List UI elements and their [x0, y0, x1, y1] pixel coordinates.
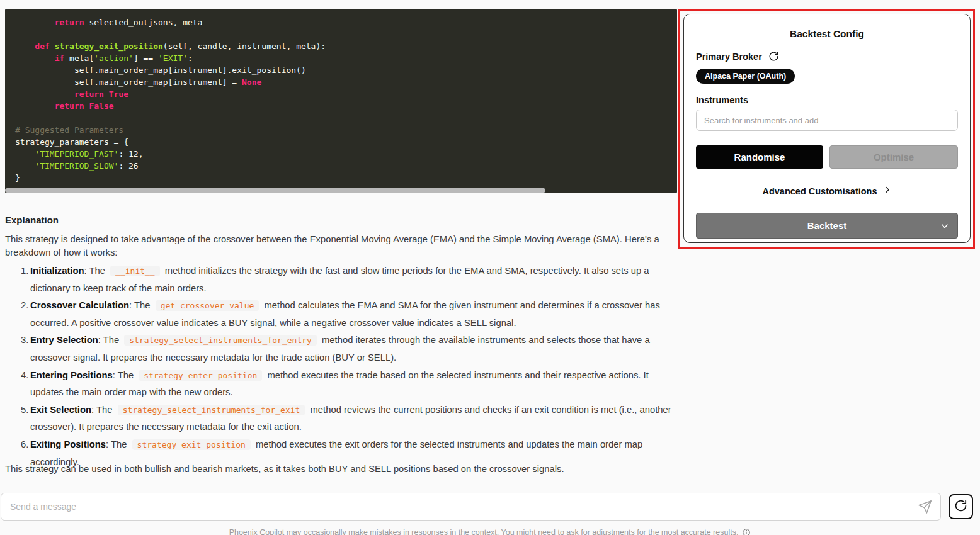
broker-badge[interactable]: Alpaca Paper (OAuth) [696, 69, 795, 84]
optimise-button[interactable]: Optimise [829, 145, 958, 169]
list-item-term: Crossover Calculation [30, 300, 129, 310]
inline-code-chip: get_crossover_value [156, 300, 259, 311]
primary-broker-label: Primary Broker [696, 52, 762, 62]
explanation-heading: Explanation [5, 215, 59, 225]
list-item-term: Exiting Positions [30, 439, 106, 449]
list-item-number: 3. [21, 332, 28, 349]
explanation-closing: This strategy can be used in both bullis… [5, 464, 673, 474]
inline-code-chip: strategy_exit_position [132, 439, 251, 450]
refresh-icon [954, 499, 967, 515]
disclaimer-note: Phoenix Copilot may occasionally make mi… [0, 528, 980, 535]
horizontal-scrollbar[interactable] [5, 188, 677, 193]
list-item-term: Exit Selection [30, 405, 91, 415]
explanation-list-item: 4.Entering Positions: The strategy_enter… [5, 367, 671, 402]
chevron-right-icon [882, 185, 892, 197]
inline-code-chip: __init__ [110, 266, 160, 276]
explanation-list: 1.Initialization: The __init__ method in… [5, 262, 671, 471]
list-item-term: Initialization [30, 266, 84, 276]
instruments-search-input[interactable] [696, 110, 958, 131]
advanced-customisations-link[interactable]: Advanced Customisations [696, 185, 958, 197]
list-item-number: 1. [21, 262, 28, 280]
inline-code-chip: strategy_select_instruments_for_entry [124, 335, 317, 346]
randomise-button[interactable]: Randomise [696, 145, 823, 169]
code-content: return selected_outjsons, meta def strat… [15, 16, 677, 184]
explanation-list-item: 5.Exit Selection: The strategy_select_in… [5, 402, 671, 436]
regenerate-button[interactable] [949, 494, 973, 519]
backtest-config-panel: Backtest Config Primary Broker Alpaca Pa… [683, 14, 971, 243]
panel-title: Backtest Config [696, 28, 958, 40]
explanation-intro: This strategy is designed to take advant… [5, 233, 671, 259]
chevron-down-icon[interactable] [940, 221, 950, 233]
list-item-term: Entering Positions [30, 370, 113, 380]
message-input[interactable] [1, 493, 940, 520]
advanced-customisations-label: Advanced Customisations [762, 186, 877, 196]
inline-code-chip: strategy_enter_position [139, 370, 262, 381]
inline-code-chip: strategy_select_instruments_for_exit [118, 405, 305, 415]
code-block: return selected_outjsons, meta def strat… [5, 9, 677, 193]
scrollbar-thumb[interactable] [5, 188, 545, 193]
instruments-label: Instruments [696, 95, 958, 105]
list-item-number: 6. [21, 436, 28, 454]
paper-plane-icon[interactable] [918, 500, 932, 517]
backtest-button-label: Backtest [807, 220, 847, 231]
list-item-number: 5. [21, 402, 28, 419]
disclaimer-text: Phoenix Copilot may occasionally make mi… [229, 528, 739, 535]
backtest-button[interactable]: Backtest [696, 213, 958, 239]
explanation-list-item: 3.Entry Selection: The strategy_select_i… [5, 332, 671, 366]
info-circle-icon [742, 528, 751, 535]
explanation-list-item: 1.Initialization: The __init__ method in… [5, 262, 671, 297]
explanation-list-item: 2.Crossover Calculation: The get_crossov… [5, 297, 671, 332]
list-item-number: 4. [21, 367, 28, 385]
list-item-number: 2. [21, 297, 28, 315]
list-item-term: Entry Selection [30, 335, 98, 345]
refresh-icon[interactable] [768, 51, 779, 62]
message-composer [1, 493, 941, 521]
